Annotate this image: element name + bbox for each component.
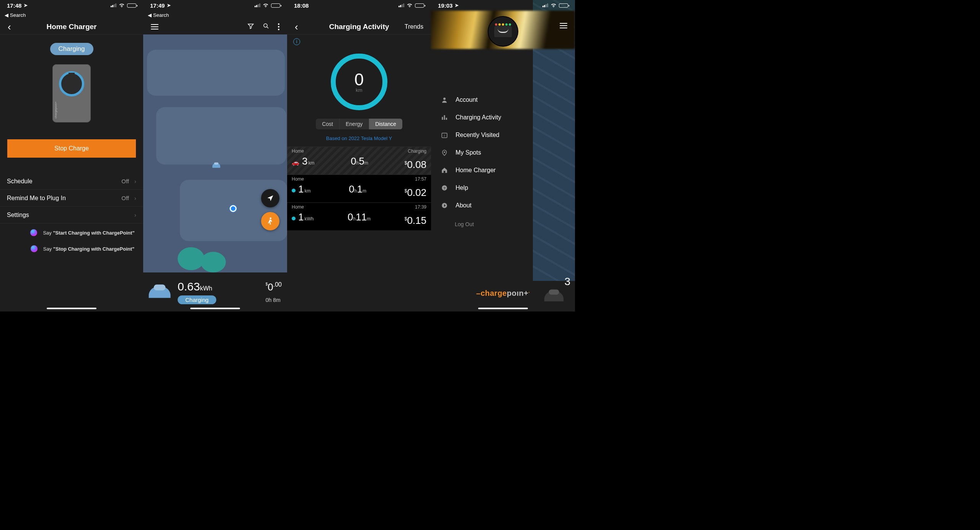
row-label: Settings	[7, 212, 29, 219]
menu-label: My Spots	[456, 149, 481, 156]
tree-icon	[201, 252, 226, 272]
menu-label: About	[456, 202, 472, 209]
walk-mode-button[interactable]	[261, 212, 279, 230]
based-on-link[interactable]: Based on 2022 Tesla Model Y	[287, 132, 431, 147]
svg-point-4	[443, 98, 446, 100]
svg-text:2: 2	[444, 134, 445, 137]
location-icon: ➤	[24, 3, 28, 8]
siri-icon	[30, 245, 38, 253]
charging-status-pill: Charging	[50, 43, 93, 55]
chargepoint-logo: –chargepoın+.	[476, 289, 530, 298]
menu-home-charger[interactable]: Home Charger	[431, 161, 575, 179]
signal-icon	[542, 3, 548, 7]
segment-energy[interactable]: Energy	[340, 119, 369, 129]
location-icon: ➤	[455, 3, 459, 8]
more-button[interactable]	[278, 23, 279, 30]
svg-point-0	[264, 24, 267, 27]
row-remind-plugin[interactable]: Remind Me to Plug In Off›	[0, 190, 143, 207]
info-icon[interactable]: i	[293, 38, 300, 45]
filter-icon[interactable]	[247, 23, 254, 31]
clock: 17:49	[150, 2, 165, 9]
footer-cost: $0.00	[266, 281, 282, 293]
signal-icon	[399, 3, 404, 7]
row-label: Remind Me to Plug In	[7, 195, 66, 202]
chevron-right-icon: ›	[134, 178, 136, 184]
row-settings[interactable]: Settings ›	[0, 207, 143, 223]
menu-label: Recently Visited	[456, 132, 499, 139]
activity-row[interactable]: Home17:57 1 km 0 h 1 m $0.02	[287, 174, 431, 202]
footer-status-pill: Charging	[178, 295, 216, 304]
menu-logout[interactable]: Log Out	[431, 214, 575, 227]
menu-button[interactable]	[560, 23, 567, 28]
calendar-icon: 2	[440, 132, 449, 139]
trends-link[interactable]: Trends	[405, 23, 423, 30]
svg-rect-3	[154, 285, 166, 290]
menu-label: Help	[456, 184, 468, 191]
profile-avatar[interactable]	[488, 17, 518, 46]
menu-recently-visited[interactable]: 2 Recently Visited	[431, 126, 575, 144]
status-bar: 17:49 ➤	[143, 0, 287, 11]
breadcrumb-back[interactable]: ◀ Search	[0, 11, 143, 19]
menu-account[interactable]: Account	[431, 91, 575, 109]
status-bar: 17:48 ➤	[0, 0, 143, 11]
recenter-button[interactable]	[261, 189, 279, 207]
activity-row-active[interactable]: HomeCharging 🚗3 km 0 h 5 m $0.08	[287, 147, 431, 174]
home-indicator[interactable]	[190, 308, 240, 309]
charging-footer[interactable]: 0.63kWh Charging $0.00 0h 8m	[143, 272, 287, 311]
nav-bar	[143, 19, 287, 34]
menu-button[interactable]	[151, 24, 158, 29]
activity-status: Charging	[408, 148, 426, 154]
home-indicator[interactable]	[47, 308, 96, 309]
row-value: Off	[121, 195, 129, 201]
menu-about[interactable]: About	[431, 197, 575, 214]
house-icon	[440, 167, 449, 174]
page-title: Home Charger	[47, 23, 97, 31]
svg-point-10	[444, 152, 445, 153]
drawer-menu: Account Charging Activity 2 Recently Vis…	[431, 49, 575, 227]
menu-label: Charging Activity	[456, 114, 501, 121]
clock: 19:03	[438, 2, 452, 9]
stop-charge-button[interactable]: Stop Charge	[7, 139, 136, 158]
status-bar: 18:08	[287, 0, 431, 11]
activity-row[interactable]: Home17:39 1 kWh 0 h 11 m $0.15	[287, 202, 431, 230]
svg-rect-7	[446, 118, 447, 120]
status-dot-icon	[292, 189, 296, 192]
siri-hint-start: Say "Start Charging with ChargePoint"	[8, 223, 134, 240]
battery-icon	[127, 3, 136, 8]
svg-point-2	[270, 217, 272, 219]
wifi-icon	[119, 3, 125, 8]
activity-location: Home	[292, 176, 304, 182]
clock: 17:48	[7, 2, 21, 9]
menu-help[interactable]: ? Help	[431, 179, 575, 197]
gauge-unit: km	[356, 87, 362, 93]
footer-duration: 0h 8m	[266, 297, 281, 303]
nav-bar: ‹ Charging Activity Trends	[287, 19, 431, 34]
chevron-right-icon: ›	[134, 195, 136, 201]
user-icon	[440, 96, 449, 103]
menu-charging-activity[interactable]: Charging Activity	[431, 109, 575, 126]
pin-icon	[440, 149, 449, 156]
wifi-icon	[407, 3, 413, 8]
map-view[interactable]	[143, 34, 287, 272]
screen-home-charger: 17:48 ➤ ◀ Search ‹ Home Charger Charging…	[0, 0, 143, 311]
clock: 18:08	[294, 2, 309, 9]
car-icon	[542, 287, 566, 305]
current-location-dot	[230, 205, 237, 212]
row-schedule[interactable]: Schedule Off›	[0, 173, 143, 190]
svg-rect-11	[444, 171, 446, 173]
home-indicator[interactable]	[478, 308, 528, 309]
segment-distance[interactable]: Distance	[369, 119, 402, 129]
search-icon[interactable]	[263, 23, 270, 31]
screen-charging-activity: 18:08 ‹ Charging Activity Trends i 0 km …	[287, 0, 431, 311]
kwh-value: 0.63	[178, 280, 200, 293]
bars-icon	[440, 114, 449, 121]
menu-label: Account	[456, 96, 478, 103]
segment-cost[interactable]: Cost	[316, 119, 340, 129]
back-button[interactable]: ‹	[295, 22, 298, 32]
screen-map: 17:49 ➤ ◀ Search	[143, 0, 287, 311]
menu-my-spots[interactable]: My Spots	[431, 144, 575, 161]
page-title: Charging Activity	[329, 23, 389, 31]
breadcrumb-back[interactable]: ◀ Search	[143, 11, 287, 19]
distance-gauge: 0 km	[331, 54, 387, 110]
back-button[interactable]: ‹	[8, 22, 11, 32]
